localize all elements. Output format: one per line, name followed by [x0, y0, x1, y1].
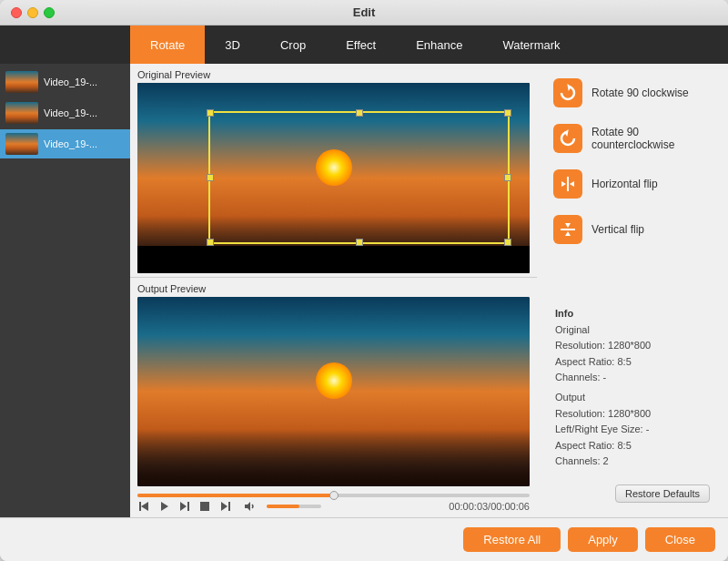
- traffic-lights: [11, 7, 55, 18]
- output-video-frame: [137, 297, 530, 487]
- tabs-container: Rotate 3D Crop Effect Enhance Watermark: [130, 26, 728, 64]
- crop-handle-tc[interactable]: [356, 109, 363, 117]
- sidebar-item-1[interactable]: Video_19-...: [0, 98, 130, 128]
- info-panel: Info Original Resolution: 1280*800 Aspec…: [546, 301, 719, 475]
- sidebar-label-0: Video_19-...: [44, 76, 97, 87]
- player-controls: 00:00:03/00:00:06: [130, 490, 537, 517]
- progress-bar[interactable]: [137, 494, 530, 497]
- volume-filled: [267, 505, 299, 508]
- original-preview-label: Original Preview: [137, 69, 530, 80]
- close-button[interactable]: Close: [645, 527, 715, 552]
- original-preview-video: [137, 83, 530, 273]
- sidebar-item-2[interactable]: Video_19-...: [0, 129, 130, 158]
- sidebar-thumb-0: [5, 71, 38, 93]
- output-eye-size: Left/Right Eye Size: -: [555, 422, 710, 438]
- rotate-cw-button[interactable]: Rotate 90 clockwise: [546, 73, 719, 113]
- output-channels: Channels: 2: [555, 454, 710, 470]
- skip-end-button[interactable]: [217, 499, 232, 514]
- crop-handle-bc[interactable]: [356, 239, 363, 246]
- original-aspect: Aspect Ratio: 8:5: [555, 354, 710, 371]
- rotate-cw-icon: [553, 78, 582, 107]
- controls-spacer: [546, 255, 719, 295]
- original-channels: Channels: -: [555, 370, 710, 386]
- controls-row: 00:00:03/00:00:06: [137, 499, 530, 514]
- output-resolution: Resolution: 1280*800: [555, 406, 710, 423]
- hflip-icon: [553, 169, 582, 199]
- svg-marker-12: [561, 181, 566, 187]
- crop-handle-bl[interactable]: [207, 239, 214, 246]
- svg-rect-7: [228, 502, 230, 511]
- time-display: 00:00:03/00:00:06: [327, 501, 530, 512]
- bottom-bar: Restore All Apply Close: [0, 517, 728, 561]
- svg-marker-6: [221, 502, 228, 511]
- sidebar-label-2: Video_19-...: [44, 138, 97, 149]
- tab-effect[interactable]: Effect: [326, 26, 396, 64]
- svg-marker-3: [180, 502, 187, 511]
- restore-defaults-button[interactable]: Restore Defaults: [615, 484, 710, 503]
- original-resolution: Resolution: 1280*800: [555, 338, 710, 354]
- main-window: Edit Rotate 3D Crop Effect Enhance Water…: [0, 0, 728, 561]
- progress-filled: [137, 494, 334, 497]
- hflip-button[interactable]: Horizontal flip: [546, 164, 719, 204]
- vflip-button[interactable]: Vertical flip: [546, 209, 719, 250]
- titlebar: Edit: [0, 0, 728, 26]
- rotate-ccw-button[interactable]: Rotate 90 counterclockwise: [546, 118, 719, 158]
- sidebar-thumb-1: [5, 102, 38, 124]
- preview-and-controls: Original Preview: [130, 64, 728, 517]
- output-info-label: Output: [555, 390, 710, 406]
- sidebar-label-1: Video_19-...: [44, 107, 97, 118]
- svg-marker-1: [141, 502, 148, 511]
- svg-marker-16: [565, 231, 571, 236]
- original-preview-section: Original Preview: [130, 64, 537, 277]
- step-forward-button[interactable]: [177, 499, 192, 514]
- vflip-label: Vertical flip: [592, 223, 644, 236]
- black-bar-bottom: [137, 246, 530, 272]
- crop-handle-tr[interactable]: [504, 109, 511, 117]
- svg-rect-5: [200, 502, 209, 511]
- stop-button[interactable]: [197, 499, 212, 514]
- sidebar-tab-spacer: [0, 26, 130, 64]
- original-info-label: Original: [555, 322, 710, 339]
- crop-handle-ml[interactable]: [207, 174, 214, 181]
- content-area: Original Preview: [130, 64, 728, 517]
- svg-rect-0: [139, 502, 141, 511]
- restore-all-button[interactable]: Restore All: [463, 527, 561, 552]
- skip-start-button[interactable]: [137, 499, 152, 514]
- info-title: Info: [555, 306, 710, 322]
- crop-handle-tl[interactable]: [207, 109, 214, 117]
- rotate-ccw-label: Rotate 90 counterclockwise: [592, 126, 712, 151]
- tab-3d[interactable]: 3D: [205, 26, 260, 64]
- rotate-cw-label: Rotate 90 clockwise: [592, 87, 689, 99]
- maximize-window-button[interactable]: [44, 7, 55, 18]
- crop-overlay[interactable]: [208, 111, 511, 244]
- tab-bar: Rotate 3D Crop Effect Enhance Watermark: [0, 26, 728, 64]
- close-window-button[interactable]: [11, 7, 22, 18]
- hflip-label: Horizontal flip: [592, 178, 658, 190]
- window-title: Edit: [353, 5, 376, 19]
- svg-marker-15: [565, 223, 571, 228]
- main-area: Video_19-... Video_19-... Video_19-...: [0, 64, 728, 517]
- sidebar-thumb-2: [5, 133, 38, 155]
- restore-defaults-wrapper: Restore Defaults: [546, 481, 719, 508]
- tab-crop[interactable]: Crop: [260, 26, 326, 64]
- apply-button[interactable]: Apply: [568, 527, 638, 552]
- crop-handle-mr[interactable]: [504, 174, 511, 181]
- progress-thumb[interactable]: [329, 491, 339, 500]
- volume-bar[interactable]: [267, 505, 321, 508]
- vflip-icon: [553, 215, 582, 244]
- minimize-window-button[interactable]: [27, 7, 38, 18]
- crop-handle-br[interactable]: [504, 239, 511, 246]
- sidebar: Video_19-... Video_19-... Video_19-...: [0, 64, 130, 517]
- output-preview-section: Output Preview: [130, 278, 537, 491]
- output-preview-label: Output Preview: [137, 283, 530, 294]
- play-button[interactable]: [157, 499, 172, 514]
- svg-rect-4: [187, 502, 189, 511]
- tab-rotate[interactable]: Rotate: [130, 26, 205, 64]
- sidebar-item-0[interactable]: Video_19-...: [0, 67, 130, 97]
- tab-enhance[interactable]: Enhance: [396, 26, 482, 64]
- output-aspect: Aspect Ratio: 8:5: [555, 438, 710, 454]
- output-preview-video: [137, 297, 530, 487]
- volume-icon[interactable]: [243, 499, 258, 514]
- tab-watermark[interactable]: Watermark: [482, 26, 580, 64]
- controls-panel: Rotate 90 clockwise Rotate 90 counterclo…: [537, 64, 728, 517]
